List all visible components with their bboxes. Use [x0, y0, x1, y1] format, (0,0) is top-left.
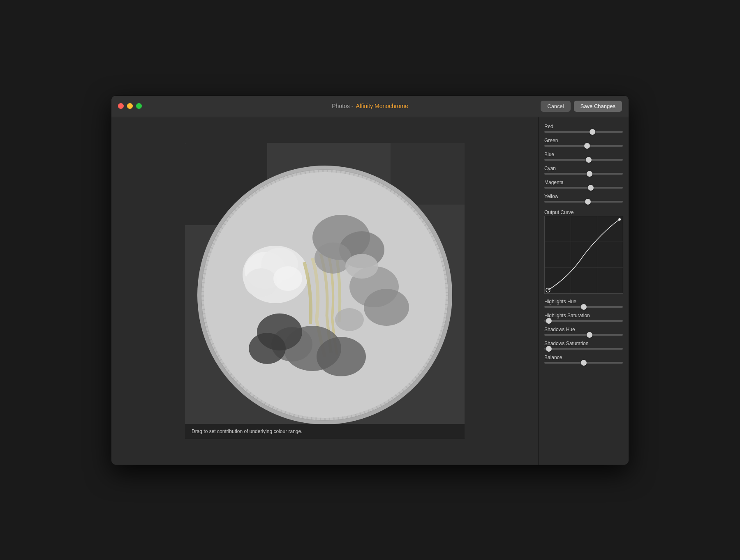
svg-point-27 [546, 288, 550, 292]
minimize-button[interactable] [127, 103, 133, 109]
cyan-label: Cyan [544, 166, 623, 171]
shadows-saturation-group: Shadows Saturation [544, 341, 623, 350]
cyan-slider-group: Cyan [544, 166, 623, 175]
photo-container: Drag to set contribution of underlying c… [185, 143, 465, 439]
green-label: Green [544, 138, 623, 143]
yellow-slider-group: Yellow [544, 194, 623, 203]
magenta-slider[interactable] [544, 187, 623, 189]
yellow-slider[interactable] [544, 201, 623, 203]
maximize-button[interactable] [136, 103, 142, 109]
yellow-label: Yellow [544, 194, 623, 199]
image-area: Drag to set contribution of underlying c… [111, 117, 538, 465]
output-curve-label: Output Curve [544, 210, 574, 215]
svg-point-23 [335, 308, 364, 331]
svg-point-13 [273, 266, 302, 291]
save-button[interactable]: Save Changes [574, 101, 622, 112]
highlights-hue-label: Highlights Hue [544, 299, 623, 304]
svg-point-20 [317, 337, 366, 376]
balance-slider[interactable] [544, 362, 623, 364]
balance-label: Balance [544, 355, 623, 360]
output-curve-container: Output Curve [544, 208, 623, 294]
svg-point-28 [618, 218, 621, 220]
cancel-button[interactable]: Cancel [541, 101, 570, 112]
close-button[interactable] [118, 103, 124, 109]
magenta-slider-group: Magenta [544, 180, 623, 189]
status-text: Drag to set contribution of underlying c… [192, 429, 303, 434]
titlebar-buttons: Cancel Save Changes [541, 101, 622, 112]
shadows-hue-label: Shadows Hue [544, 327, 623, 332]
blue-label: Blue [544, 152, 623, 157]
highlights-saturation-label: Highlights Saturation [544, 313, 623, 318]
green-slider[interactable] [544, 145, 623, 147]
svg-point-12 [245, 268, 278, 297]
main-content: Drag to set contribution of underlying c… [111, 117, 629, 465]
red-slider-group: Red [544, 124, 623, 133]
blue-slider-group: Blue [544, 152, 623, 161]
window-title: Photos - Affinity Monochrome [332, 103, 408, 109]
blue-slider[interactable] [544, 159, 623, 161]
curve-svg [545, 216, 623, 293]
titlebar: Photos - Affinity Monochrome Cancel Save… [111, 96, 629, 117]
cyan-slider[interactable] [544, 173, 623, 175]
highlights-saturation-slider[interactable] [544, 320, 623, 322]
traffic-lights [118, 103, 142, 109]
plugin-name: Affinity Monochrome [356, 103, 408, 109]
photo-image [185, 143, 465, 439]
red-label: Red [544, 124, 623, 129]
title-text: Photos - [332, 103, 353, 109]
highlights-hue-group: Highlights Hue [544, 299, 623, 308]
photo-frame [185, 143, 465, 439]
highlights-hue-slider[interactable] [544, 306, 623, 308]
app-window: Photos - Affinity Monochrome Cancel Save… [111, 95, 629, 465]
magenta-label: Magenta [544, 180, 623, 185]
highlights-saturation-group: Highlights Saturation [544, 313, 623, 322]
shadows-hue-slider[interactable] [544, 334, 623, 336]
shadows-saturation-label: Shadows Saturation [544, 341, 623, 346]
balance-group: Balance [544, 355, 623, 364]
red-slider[interactable] [544, 131, 623, 133]
svg-point-18 [364, 289, 409, 326]
svg-point-22 [345, 254, 378, 279]
shadows-hue-group: Shadows Hue [544, 327, 623, 336]
shadows-saturation-slider[interactable] [544, 348, 623, 350]
green-slider-group: Green [544, 138, 623, 147]
output-curve-box[interactable] [544, 216, 623, 294]
controls-sidebar: Red Green Blue Cyan Magenta [538, 117, 629, 465]
svg-point-25 [249, 333, 286, 364]
status-bar: Drag to set contribution of underlying c… [185, 424, 465, 439]
